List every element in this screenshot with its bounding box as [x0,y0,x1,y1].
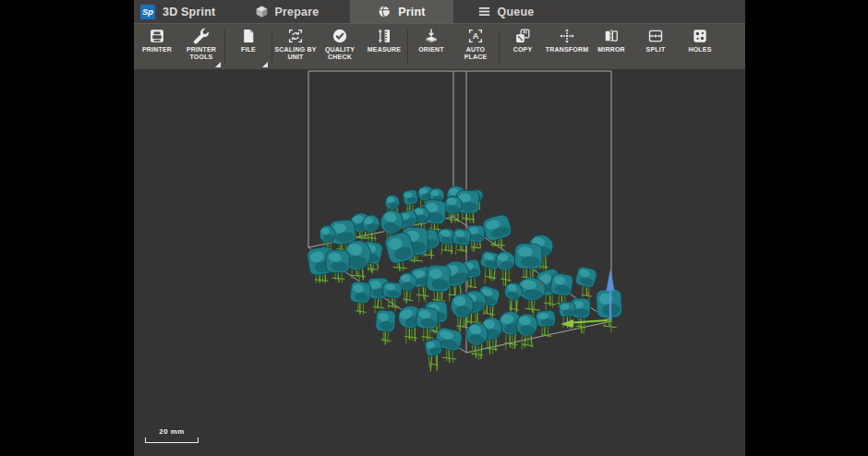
file-button[interactable]: FILE [226,24,271,69]
menu-icon [477,5,491,18]
wrench-icon [193,28,210,44]
tab-label: Queue [498,6,535,18]
toolbar-button-label: PRINTER [136,46,179,54]
toolbar-button-label: SCALING BY UNIT [274,46,318,60]
measure-button[interactable]: MEASURE [362,24,406,69]
split-button[interactable]: SPLIT [633,24,678,69]
toolbar-button-label: SPLIT [634,46,678,54]
orient-icon [423,28,440,44]
measure-icon [376,28,392,44]
support-contact-dot [587,293,590,295]
auto-place-icon: A [467,28,484,44]
tab-queue[interactable]: Queue [461,0,550,23]
tooth-model [382,282,403,312]
tooth-model [416,306,439,342]
split-icon [647,28,664,44]
app-logo-icon: Sp [140,5,155,19]
toolbar-button-label: COPY [501,46,545,54]
mirror-icon [603,28,620,44]
quality-check-icon [332,28,348,44]
scale-bar: 20 mm [145,427,199,443]
tab-label: Prepare [275,6,319,18]
tooth-model [596,289,622,332]
printer-tools-button[interactable]: PRINTER TOOLS [179,24,223,69]
printer-button[interactable]: PRINTER [135,24,179,69]
transform-button[interactable]: TRANSFORM [545,24,589,69]
tooth-model [496,251,515,286]
app-title: 3D Sprint [163,6,215,18]
support-contact-dot [485,310,488,313]
tooth-model [325,249,350,282]
printer-icon [149,28,165,44]
tooth-model [424,338,442,371]
toolbar-button-label: FILE [227,46,271,54]
tooth-model [574,266,597,301]
mirror-button[interactable]: MIRROR [589,24,633,69]
cube-icon [255,5,269,18]
tooth-model [536,310,556,338]
tooth-model [375,310,395,345]
toolbar-button-label: QUALITY CHECK [319,46,362,60]
svg-text:A: A [473,31,479,41]
toolbar-button-label: TRANSFORM [546,46,589,54]
tab-prepare[interactable]: Prepare [242,0,332,23]
svg-text:2: 2 [524,30,526,35]
file-icon [240,28,257,44]
toolbar-divider [224,30,225,64]
orient-button[interactable]: ORIENT [409,24,453,69]
toolbar-button-label: PRINTER TOOLS [180,46,223,60]
tooth-model [481,213,512,248]
support-contact-dot [541,282,544,285]
toolbar: PRINTERPRINTER TOOLSFILESCALING BY UNITQ… [134,23,745,70]
quality-check-button[interactable]: QUALITY CHECK [318,24,362,69]
toolbar-divider [271,30,272,64]
scale-bar-label: 20 mm [145,427,199,436]
z-axis-arrowhead [607,269,615,291]
toolbar-button-label: HOLES [679,46,722,54]
toolbar-button-label: AUTO PLACE [454,46,498,60]
viewport-canvas[interactable] [134,69,745,456]
scaling-by-unit-button[interactable]: SCALING BY UNIT [273,24,318,69]
tab-bar: Sp 3D Sprint PreparePrintQueue [134,0,745,23]
toolbar-button-label: ORIENT [410,46,453,54]
holes-button[interactable]: HOLES [678,24,722,69]
app-window: Sp 3D Sprint PreparePrintQueue PRINTERPR… [134,0,745,456]
toolbar-divider [407,30,408,64]
scaling-icon [287,28,304,44]
toolbar-button-label: MIRROR [590,46,633,54]
flyout-corner-icon [215,62,221,67]
transform-icon [559,28,575,44]
scale-bar-line [145,438,199,443]
auto-place-button[interactable]: AAUTO PLACE [453,24,498,69]
tab-print[interactable]: Print [350,0,453,23]
plane-axis-arrow [573,320,608,323]
tooth-model [452,228,472,255]
toolbar-button-label: MEASURE [363,46,406,54]
copy-button[interactable]: 2COPY [500,24,545,69]
flyout-corner-icon [262,62,268,67]
logo-block: Sp 3D Sprint [134,0,233,23]
sphere-icon [378,5,392,18]
viewport[interactable]: 20 mm [134,69,745,456]
copy-icon: 2 [514,28,531,44]
holes-icon [692,28,708,44]
tooth-model [350,282,371,315]
toolbar-divider [499,30,500,64]
tab-label: Print [398,6,425,18]
tooth-model [514,312,539,349]
